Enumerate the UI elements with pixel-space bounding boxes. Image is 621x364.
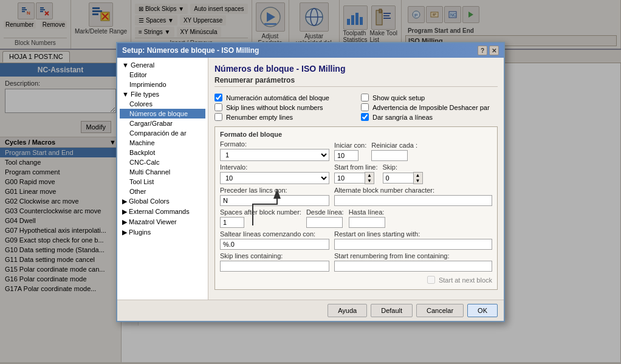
ok-button[interactable]: OK — [467, 304, 498, 317]
ayuda-button[interactable]: Ayuda — [328, 304, 367, 317]
skip-containing-label: Skip lines containing: — [220, 252, 329, 259]
skip-lines-row: Skip lines without block numbers — [214, 103, 351, 111]
tree-item[interactable]: ▼ General — [120, 60, 205, 70]
tree-item[interactable]: ▶ Mazatrol Viewer — [120, 217, 205, 227]
advertencia-label: Advertencia de Imposible Deshacer par — [372, 104, 490, 111]
renumber-empty-label: Renumber empty lines — [226, 114, 293, 121]
advertencia-row: Advertencia de Imposible Deshacer par — [361, 103, 498, 111]
dialog-tree: ▼ GeneralEditorImprimiendo▼ File typesCo… — [117, 58, 208, 300]
show-quick-label: Show quick setup — [372, 94, 425, 101]
tree-item[interactable]: Colores — [120, 99, 205, 109]
tree-item[interactable]: Multi Channel — [120, 167, 205, 177]
skip-up[interactable]: ▲ — [414, 173, 422, 178]
tree-item[interactable]: Backplot — [120, 148, 205, 157]
start-next-label: Start at next block — [439, 276, 492, 284]
dialog-help-icon[interactable]: ? — [478, 46, 487, 55]
skip-lines-label: Skip lines without block numbers — [226, 104, 323, 111]
auto-block-label: Numeración automática del bloque — [226, 94, 329, 101]
hasta-input[interactable] — [349, 217, 385, 228]
tree-item[interactable]: ▶ Plugins — [120, 227, 205, 238]
format-row6: Skip lines containing: Start renumbering… — [220, 252, 492, 272]
tree-item[interactable]: ▶ Global Colors — [120, 196, 205, 207]
tree-item[interactable]: Other — [120, 187, 205, 196]
saltear-field: Saltear líneas comenzando con: — [220, 230, 329, 250]
dialog-content: Números de bloque - ISO Milling Renumera… — [208, 58, 504, 300]
tree-item[interactable]: Tool List — [120, 177, 205, 187]
spaces-input[interactable] — [220, 217, 244, 228]
formato-select[interactable]: 1 — [220, 149, 329, 161]
skip-lines-check[interactable] — [214, 103, 222, 111]
checkbox-section: Numeración automática del bloque Skip li… — [214, 92, 498, 123]
saltear-input[interactable] — [220, 239, 329, 250]
dialog-subtitle: Renumerar parámetros — [214, 76, 498, 87]
alternate-input[interactable] — [334, 195, 492, 206]
dialog-title-icons: ? ✕ — [478, 46, 499, 55]
dialog-section-title: Números de bloque - ISO Milling — [214, 64, 498, 74]
start-from-up[interactable]: ▲ — [365, 173, 374, 178]
auto-block-row: Numeración automática del bloque — [214, 94, 351, 101]
skip-field: Skip: ▲ ▼ — [383, 163, 423, 184]
skip-containing-input[interactable] — [220, 261, 329, 272]
restart-input[interactable] — [334, 239, 492, 250]
reiniciar-label: Reiniciar cada : — [371, 142, 417, 149]
dialog-footer: Ayuda Default Cancelar OK — [117, 300, 504, 321]
desde-input[interactable] — [306, 217, 343, 228]
reiniciar-field: Reiniciar cada : — [371, 142, 417, 161]
desde-label: Desde línea: — [306, 208, 344, 216]
format-row4: Spaces after block number: — [220, 208, 492, 228]
tree-item[interactable]: Cargar/Grabar — [120, 118, 205, 128]
default-button[interactable]: Default — [371, 304, 413, 317]
tree-item[interactable]: ▼ File types — [120, 89, 205, 99]
auto-block-check[interactable] — [214, 94, 222, 101]
skip-spinbtns: ▲ ▼ — [413, 172, 423, 184]
reiniciar-input[interactable] — [371, 150, 408, 161]
iniciar-label: Iniciar con: — [334, 142, 366, 149]
start-renumber-label: Start renumbering from line containing: — [334, 252, 492, 259]
skip-containing-field: Skip lines containing: — [220, 252, 329, 272]
dialog-titlebar: Setup: Números de bloque - ISO Milling ?… — [117, 43, 504, 58]
start-from-label: Start from line: — [334, 163, 378, 171]
renumber-empty-row: Renumber empty lines — [214, 113, 351, 121]
start-next-block-row: Start at next block — [427, 276, 492, 284]
sangria-check[interactable] — [361, 113, 369, 121]
advertencia-check[interactable] — [361, 103, 369, 111]
intervalo-label: Intervalo: — [220, 163, 329, 171]
start-from-spinbtns: ▲ ▼ — [365, 172, 374, 184]
renumber-empty-check[interactable] — [214, 113, 222, 121]
iniciar-field: Iniciar con: — [334, 142, 366, 161]
start-next-check[interactable] — [427, 276, 435, 284]
show-quick-row: Show quick setup — [361, 94, 498, 101]
hasta-label: Hasta línea: — [349, 208, 385, 216]
intervalo-field: Intervalo: 10 — [220, 163, 329, 184]
format-row5: Saltear líneas comenzando con: Restart o… — [220, 230, 492, 250]
skip-input[interactable] — [383, 173, 413, 184]
dialog-overlay: Setup: Números de bloque - ISO Milling ?… — [0, 0, 621, 364]
block-format-section: Formato del bloque Formato: 1 Iniciar co… — [214, 126, 498, 290]
dialog-close-icon[interactable]: ✕ — [489, 46, 499, 55]
hasta-field: Hasta línea: — [349, 208, 385, 228]
tree-item[interactable]: ▶ External Commands — [120, 207, 205, 217]
tree-item[interactable]: Comparación de ar — [120, 128, 205, 138]
spaces-field: Spaces after block number: — [220, 208, 301, 228]
tree-item[interactable]: Editor — [120, 70, 205, 80]
tree-item[interactable]: CNC-Calc — [120, 157, 205, 167]
iniciar-input[interactable] — [334, 150, 359, 161]
start-renumber-input[interactable] — [334, 261, 492, 272]
sangria-label: Dar sangría a líneas — [372, 114, 433, 121]
tree-item[interactable]: Números de bloque — [120, 109, 205, 118]
start-from-spin: ▲ ▼ — [334, 172, 378, 184]
block-format-title: Formato del bloque — [220, 131, 492, 138]
cancelar-button[interactable]: Cancelar — [416, 304, 464, 317]
setup-dialog: Setup: Números de bloque - ISO Milling ?… — [116, 42, 505, 322]
start-from-down[interactable]: ▼ — [365, 178, 374, 184]
alternate-field: Alternate block number character: — [334, 187, 492, 206]
intervalo-select[interactable]: 10 — [220, 172, 329, 184]
formato-field: Formato: 1 — [220, 140, 329, 161]
show-quick-check[interactable] — [361, 94, 369, 101]
tree-item[interactable]: Imprimiendo — [120, 80, 205, 89]
start-from-input[interactable] — [334, 173, 365, 184]
skip-down[interactable]: ▼ — [414, 178, 422, 184]
tree-item[interactable]: Machine — [120, 138, 205, 148]
skip-spin: ▲ ▼ — [383, 172, 423, 184]
alternate-label: Alternate block number character: — [334, 187, 492, 194]
